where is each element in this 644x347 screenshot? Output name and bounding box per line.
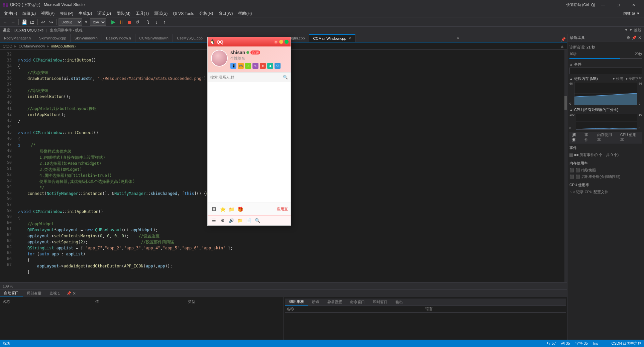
snapshot-row[interactable]: ⬛ ⬛ 拍取快照 <box>569 168 642 173</box>
scroll-up-icon[interactable]: ▲ <box>560 43 564 49</box>
fold-57[interactable]: ▽ <box>18 210 20 214</box>
heap-row[interactable]: ⬛ ⬛ 启用堆分析(会影响性能) <box>569 174 642 179</box>
memory-header[interactable]: ▲ 进程内存 (MB) ▼ 快照 ● 专用字节 <box>569 76 642 81</box>
toolbar-undo[interactable]: ↩ <box>39 18 47 26</box>
qq-nav-settings-icon[interactable]: ⚙ <box>219 217 226 224</box>
toolbar-save[interactable]: 💾 <box>20 18 28 26</box>
cpu-record-row[interactable]: ○ ○ 记录 CPU 配置文件 <box>569 190 642 195</box>
toolbar-step-into[interactable]: ↓ <box>153 18 160 26</box>
thread-search[interactable]: 搜线 <box>634 28 641 33</box>
qq-search-input[interactable] <box>210 75 283 79</box>
qq-nav-volume-icon[interactable]: 🔊 <box>228 217 235 224</box>
tab-overflow-btn[interactable]: » <box>455 34 461 42</box>
menu-view[interactable]: 视图(V) <box>38 10 57 17</box>
qq-nav-chat-icon[interactable]: ☰ <box>210 217 218 224</box>
toolbar-redo[interactable]: ↪ <box>47 18 55 26</box>
fold-46[interactable]: □ <box>18 143 20 147</box>
menu-edit[interactable]: 编辑(E) <box>20 10 38 17</box>
menu-team[interactable]: 团队(M) <box>114 10 133 17</box>
editor-scrollbar-v[interactable] <box>564 50 567 282</box>
toolbar-step-over[interactable]: ⤵ <box>145 18 152 26</box>
menu-window[interactable]: 窗口(W) <box>216 10 235 17</box>
tab-ccmainwindow-h[interactable]: CCMainWindow.h <box>135 34 173 42</box>
qq-close-btn[interactable]: ✕ <box>274 40 278 44</box>
qq-signature[interactable]: 个性签名 <box>230 56 287 61</box>
toolbar-saveall[interactable]: 🗂 <box>28 18 36 26</box>
diag-pin-icon[interactable]: 📌 <box>632 35 637 40</box>
debug-tab-breakpoints[interactable]: 断点 <box>308 299 323 306</box>
toolbar-back[interactable]: ← <box>1 18 9 26</box>
toolbar-step-out[interactable]: ↑ <box>161 18 168 26</box>
tab-auto-window[interactable]: 自动窗口 <box>0 290 23 297</box>
toolbar-start[interactable]: ▶ <box>110 18 117 26</box>
platform-dropdown[interactable]: x64 x86 <box>90 18 106 26</box>
breadcrumb-symbol[interactable]: initAppButton() <box>51 44 76 48</box>
toolbar-pause[interactable]: ⏸ <box>118 18 125 26</box>
config-dropdown[interactable]: Debug Release <box>59 18 82 26</box>
diag-close-icon[interactable]: ✕ <box>638 35 641 40</box>
zoom-level[interactable]: 109 % <box>3 284 13 288</box>
tab-skinwindow-cpp[interactable]: SkinWindow.cpp <box>35 34 71 42</box>
debug-tab-callstack[interactable]: 调用堆栈 <box>285 299 308 306</box>
qq-nav-search-icon[interactable]: 🔍 <box>254 217 261 224</box>
qq-bottom-icon-folder[interactable]: 📁 <box>228 206 235 213</box>
menu-file[interactable]: 文件(F) <box>1 10 20 17</box>
tab-cpu-usage[interactable]: CPU 使用率 <box>618 132 642 143</box>
panel-pin-icon[interactable]: 📌 <box>561 37 566 42</box>
memory-snapshot-btn[interactable]: ▼ 快照 <box>612 77 623 81</box>
tab-locals[interactable]: 局部变量 <box>23 290 45 297</box>
qq-icon-note[interactable]: ✎ <box>252 63 258 69</box>
qq-icon-badge2[interactable]: ◆ <box>267 63 273 69</box>
menu-test[interactable]: 测试(S) <box>151 10 170 17</box>
tab-watch1[interactable]: 监视 1 <box>45 290 64 297</box>
thread-filter-icon[interactable]: ▼ ▼ <box>624 28 633 33</box>
tab-ccmainwindow-cpp[interactable]: CCMainWindow.cpp ✕ <box>309 34 355 42</box>
tab-skinwindow-h[interactable]: SkinWindow.h <box>71 34 102 42</box>
tab-mem-usage[interactable]: 内存使用率 <box>595 132 618 143</box>
toolbar-restart[interactable]: ↺ <box>134 18 141 26</box>
qq-bottom-icon-gift[interactable]: 🎁 <box>236 206 244 213</box>
qq-bottom-icon-img[interactable]: 🖼 <box>210 206 218 213</box>
debug-tab-command[interactable]: 命令窗口 <box>346 299 369 306</box>
qq-minimize-btn[interactable] <box>279 40 283 44</box>
menu-help[interactable]: 帮助(H) <box>235 10 254 17</box>
cpu-header[interactable]: ▲ CPU (所有处理器的百分比) <box>569 107 642 112</box>
qq-icon-badge3[interactable]: 🛡 <box>275 63 281 69</box>
qq-contact-list[interactable] <box>208 82 291 203</box>
menu-project[interactable]: 项目(P) <box>57 10 76 17</box>
debug-tab-output[interactable]: 输出 <box>392 299 407 306</box>
tab-close-btn[interactable]: ✕ <box>348 36 351 40</box>
qq-icon-mobile[interactable]: 📱 <box>230 63 236 69</box>
menu-qt[interactable]: Qt VS Tools <box>170 11 197 17</box>
qq-icon-music[interactable]: ♪ <box>245 63 251 69</box>
qq-nav-folder-icon[interactable]: 📁 <box>236 217 244 224</box>
quick-launch-box[interactable]: 快速启动 (Ctrl+Q) <box>566 2 595 7</box>
qq-maximize-btn[interactable] <box>285 40 289 44</box>
debug-tab-immediate[interactable]: 即时窗口 <box>369 299 392 306</box>
menu-build[interactable]: 生成(B) <box>76 10 95 17</box>
qq-nav-doc-icon[interactable]: 📄 <box>245 217 252 224</box>
events-header[interactable]: ▲ 事件 <box>569 62 642 67</box>
close-button[interactable]: ✕ <box>626 0 641 10</box>
debug-tab-exceptions[interactable]: 异常设置 <box>323 299 346 306</box>
pin-bottom-icon[interactable]: 📌 <box>67 291 71 296</box>
qq-bottom-icon-star[interactable]: ⭐ <box>219 206 226 213</box>
menu-debug[interactable]: 调试(D) <box>95 10 114 17</box>
qq-icon-game[interactable]: 🎮 <box>238 63 244 69</box>
tab-notifymanager-h[interactable]: NotifyManager.h <box>0 34 35 42</box>
fold-44[interactable]: ▽ <box>18 131 20 135</box>
qq-search-icon[interactable]: 🔍 <box>283 75 288 80</box>
fold-32[interactable]: ▽ <box>18 59 20 62</box>
breadcrumb-project[interactable]: QtQQ <box>3 44 12 48</box>
tab-usemysql[interactable]: UseMySQL.cpp <box>173 34 207 42</box>
minimize-button[interactable]: — <box>595 0 611 10</box>
qq-app-store-label[interactable]: 应用宝 <box>277 207 288 212</box>
toolbar-forward[interactable]: → <box>9 18 17 26</box>
scrollbar-thumb[interactable] <box>564 96 567 110</box>
breadcrumb-file[interactable]: CCMainWindow <box>19 44 45 48</box>
tab-summary[interactable]: 摘要 <box>569 132 582 143</box>
qq-icon-badge1[interactable]: ★ <box>260 63 266 69</box>
progress-dropdown[interactable]: 生命周期事件 - 线程 <box>50 28 83 33</box>
tab-basicwindow-h[interactable]: BasicWindow.h <box>102 34 135 42</box>
menu-analyze[interactable]: 分析(N) <box>197 10 216 17</box>
